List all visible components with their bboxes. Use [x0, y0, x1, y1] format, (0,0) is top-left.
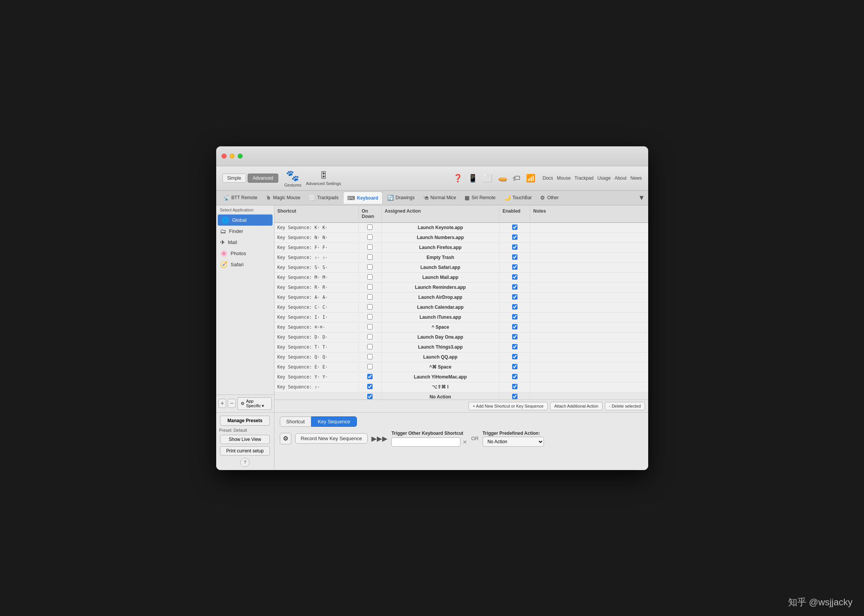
usage-link[interactable]: Usage	[597, 175, 611, 181]
news-link[interactable]: News	[630, 175, 642, 181]
enabled-cell[interactable]	[499, 323, 530, 332]
manage-presets-button[interactable]: Manage Presets	[220, 416, 270, 426]
docs-link[interactable]: Docs	[542, 175, 553, 181]
chart-icon[interactable]: 🥧	[498, 174, 508, 183]
advanced-settings-button[interactable]: 🎛 Advanced Settings	[306, 170, 341, 186]
add-app-button[interactable]: +	[218, 399, 227, 408]
table-row[interactable]: Key Sequence: Y· Y· Launch YiHomeMac.app	[274, 372, 648, 382]
enabled-cell[interactable]	[499, 253, 530, 262]
on-down-cell[interactable]	[359, 273, 382, 282]
shortcut-tab[interactable]: Shortcut	[280, 416, 311, 427]
enabled-cell[interactable]	[499, 303, 530, 312]
trackpad-link[interactable]: Trackpad	[575, 175, 594, 181]
add-shortcut-button[interactable]: + Add New Shortcut or Key Sequence	[468, 402, 548, 410]
enabled-cell[interactable]	[499, 293, 530, 302]
on-down-cell[interactable]	[359, 293, 382, 302]
table-row[interactable]: Key Sequence: K· K· Launch Keynote.app	[274, 223, 648, 233]
print-setup-button[interactable]: Print current setup	[220, 446, 270, 455]
enabled-cell[interactable]	[499, 233, 530, 242]
table-row[interactable]: Key Sequence: C· C· Launch Calendar.app	[274, 303, 648, 313]
maximize-button[interactable]	[238, 154, 243, 159]
table-row[interactable]: Key Sequence: ⇧· ⇧· Empty Trash	[274, 253, 648, 263]
filter-icon[interactable]: ▼	[638, 194, 645, 202]
table-row[interactable]: Key Sequence: A· A· Launch AirDrop.app	[274, 293, 648, 303]
sidebar-item-photos[interactable]: 🌸 Photos	[216, 248, 274, 259]
sidebar-item-mail[interactable]: ✈ Mail	[216, 237, 274, 248]
on-down-cell[interactable]	[359, 323, 382, 332]
remove-app-button[interactable]: −	[228, 399, 236, 408]
on-down-cell[interactable]	[359, 383, 382, 392]
table-row[interactable]: Key Sequence: N· N· Launch Numbers.app	[274, 233, 648, 243]
enabled-cell[interactable]	[499, 343, 530, 352]
on-down-cell[interactable]	[359, 313, 382, 322]
app-specific-button[interactable]: ⚙ App Specific ▾	[237, 397, 272, 410]
enabled-cell[interactable]	[499, 273, 530, 282]
help-icon[interactable]: ❓	[453, 174, 463, 183]
phone-icon[interactable]: 📱	[468, 174, 478, 183]
on-down-cell[interactable]	[359, 353, 382, 362]
minimize-button[interactable]	[230, 154, 235, 159]
settings-gear-button[interactable]: ⚙	[280, 433, 291, 444]
on-down-cell[interactable]	[359, 303, 382, 312]
enabled-cell[interactable]	[499, 373, 530, 382]
tab-siri-remote[interactable]: ▦ Siri Remote	[461, 192, 499, 204]
tag-icon[interactable]: 🏷	[513, 174, 521, 183]
sidebar-item-safari[interactable]: 🧭 Safari	[216, 259, 274, 270]
wifi-icon[interactable]: 📶	[526, 174, 535, 183]
enabled-cell[interactable]	[499, 333, 530, 342]
enabled-cell[interactable]	[499, 393, 530, 400]
on-down-cell[interactable]	[359, 393, 382, 400]
table-row[interactable]: Key Sequence: M· M· Launch Mail.app	[274, 273, 648, 283]
table-row[interactable]: Key Sequence: ⇧· ⌥⇧⌘ I	[274, 382, 648, 392]
advanced-button[interactable]: Advanced	[248, 174, 278, 183]
simple-button[interactable]: Simple	[222, 174, 246, 183]
table-row[interactable]: Key Sequence: ⌘·⌘· ^ Space	[274, 323, 648, 333]
table-row[interactable]: Key Sequence: E· E· ^⌘ Space	[274, 362, 648, 372]
attach-action-button[interactable]: Attach Additional Action	[550, 402, 603, 410]
trigger-keyboard-input[interactable]	[391, 437, 460, 447]
enabled-cell[interactable]	[499, 263, 530, 272]
enabled-cell[interactable]	[499, 353, 530, 362]
tab-drawings[interactable]: 🔄 Drawings	[383, 192, 419, 204]
on-down-cell[interactable]	[359, 233, 382, 242]
on-down-cell[interactable]	[359, 283, 382, 292]
enabled-cell[interactable]	[499, 243, 530, 252]
on-down-cell[interactable]	[359, 243, 382, 252]
on-down-cell[interactable]	[359, 253, 382, 262]
tab-magic-mouse[interactable]: 🖱 Magic Mouse	[262, 192, 304, 204]
tab-trackpads[interactable]: ⬜ Trackpads	[305, 192, 343, 204]
enabled-cell[interactable]	[499, 223, 530, 232]
tab-other[interactable]: ⚙ Other	[536, 192, 562, 204]
tab-keyboard[interactable]: ⌨ Keyboard	[343, 192, 382, 204]
table-row[interactable]: Key Sequence: R· R· Launch Reminders.app	[274, 283, 648, 293]
square-icon[interactable]: ⬜	[483, 174, 493, 183]
record-key-sequence-button[interactable]: Record New Key Sequence	[295, 433, 368, 444]
table-row[interactable]: Key Sequence: F· F· Launch Firefox.app	[274, 243, 648, 253]
table-row[interactable]: Key Sequence: S· S· Launch Safari.app	[274, 263, 648, 273]
table-row-selected[interactable]: No Action	[274, 392, 648, 400]
on-down-cell[interactable]	[359, 373, 382, 382]
about-link[interactable]: About	[614, 175, 626, 181]
delete-selected-button[interactable]: - Delete selected	[605, 402, 645, 410]
show-live-view-button[interactable]: Show Live View	[220, 435, 270, 444]
tab-btt-remote[interactable]: 📡 BTT Remote	[219, 192, 261, 204]
clear-trigger-button[interactable]: ✕	[463, 439, 467, 445]
on-down-cell[interactable]	[359, 223, 382, 232]
table-row[interactable]: Key Sequence: T· T· Launch Things3.app	[274, 342, 648, 352]
tab-normal-mice[interactable]: 🖲 Normal Mice	[419, 192, 460, 204]
table-row[interactable]: Key Sequence: Q· Q· Launch QQ.app	[274, 352, 648, 362]
sidebar-item-finder[interactable]: 🗂 Finder	[216, 226, 274, 237]
on-down-cell[interactable]	[359, 343, 382, 352]
on-down-cell[interactable]	[359, 333, 382, 342]
enabled-cell[interactable]	[499, 313, 530, 322]
mouse-link[interactable]: Mouse	[557, 175, 571, 181]
enabled-cell[interactable]	[499, 363, 530, 372]
help-button[interactable]: ?	[240, 458, 250, 467]
sidebar-item-global[interactable]: 🌐 Global	[218, 215, 273, 226]
tab-touchbar[interactable]: 🌙 TouchBar	[500, 192, 536, 204]
gestures-button[interactable]: 🐾 Gestures	[284, 169, 302, 187]
predefined-action-select[interactable]: No Action	[483, 437, 544, 447]
key-sequence-tab[interactable]: Key Sequence	[311, 416, 357, 427]
table-row[interactable]: Key Sequence: D· D· Launch Day One.app	[274, 333, 648, 342]
table-row[interactable]: Key Sequence: I· I· Launch iTunes.app	[274, 313, 648, 323]
